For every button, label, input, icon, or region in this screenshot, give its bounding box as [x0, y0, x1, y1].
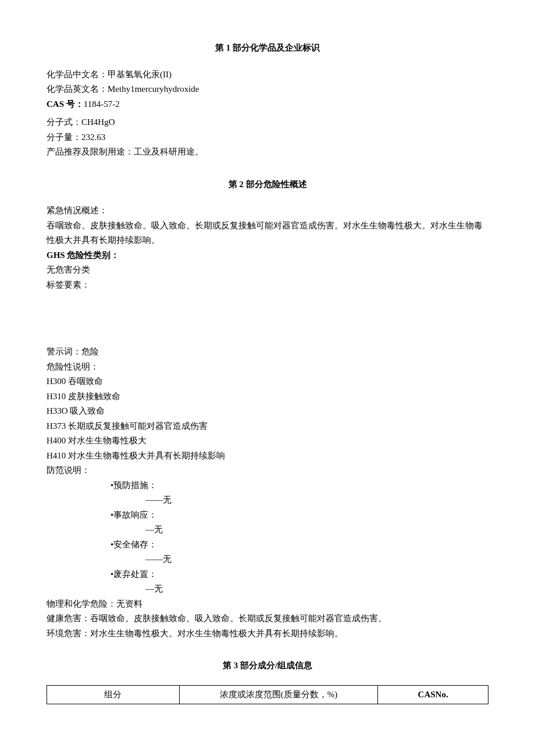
label-elements-label: 标签要素：	[47, 278, 488, 293]
th-component: 组分	[47, 685, 180, 704]
th-cas: CASNo.	[378, 685, 488, 704]
emergency-text: 吞咽致命。皮肤接触致命。吸入致命。长期或反复接触可能对器官造成伤害。对水生生物毒…	[47, 218, 488, 248]
hazard-stmt-3: H373 长期或反复接触可能对器官造成伤害	[47, 419, 488, 434]
name-en-value: Methy1mercuryhydroxide	[108, 84, 199, 94]
section3-title: 第 3 部分成分/组成信息	[47, 658, 488, 673]
cas-label: CAS 号：	[47, 99, 84, 109]
precaution-head-3: •废弃处置：	[47, 567, 488, 582]
physchem-label: 物理和化学危险：	[47, 599, 116, 608]
mw-label: 分子量：	[47, 132, 81, 142]
precaution-body-1: —无	[47, 522, 488, 538]
cas-value: 1184-57-2	[84, 99, 120, 109]
precaution-body-3: —无	[47, 582, 488, 597]
mw-line: 分子量：232.63	[47, 130, 488, 145]
precaution-body-2: ——无	[47, 552, 488, 567]
precaution-label: 防范说明：	[47, 463, 488, 478]
section1-title: 第 1 部分化学品及企业标识	[47, 41, 488, 56]
hazard-stmt-5: H410 对水生生物毒性极大并具有长期持续影响	[47, 449, 488, 464]
formula-value: CH4HgO	[81, 117, 115, 127]
hazard-stmt-label: 危险性说明：	[47, 360, 488, 375]
pictogram-placeholder	[47, 292, 488, 345]
physchem-value: 无资料	[116, 599, 142, 608]
hazard-stmt-2: H33O 吸入致命	[47, 404, 488, 419]
mw-value: 232.63	[81, 132, 105, 142]
hazard-stmt-1: H310 皮肤接触致命	[47, 389, 488, 404]
table-row: 组分 浓度或浓度范围(质量分数，%) CASNo.	[47, 685, 488, 704]
precaution-head-0: •预防措施：	[47, 478, 488, 493]
health-label: 健康危害：	[47, 614, 90, 623]
ghs-label: GHS 危险性类别：	[47, 248, 488, 263]
signal-value: 危险	[81, 347, 99, 356]
physchem-line: 物理和化学危险：无资料	[47, 597, 488, 612]
name-cn-value: 甲基氢氧化汞(II)	[108, 70, 172, 79]
signal-line: 警示词：危险	[47, 345, 488, 360]
env-label: 环境危害：	[47, 629, 90, 638]
formula-label: 分子式：	[47, 117, 81, 127]
usage-value: 工业及科研用途。	[134, 147, 204, 156]
composition-table: 组分 浓度或浓度范围(质量分数，%) CASNo.	[47, 685, 488, 705]
precaution-head-2: •安全储存：	[47, 538, 488, 553]
health-line: 健康危害：吞咽致命。皮肤接触致命。吸入致命。长期或反复接触可能对器官造成伤害。	[47, 611, 488, 626]
emergency-label: 紧急情况概述：	[47, 203, 488, 218]
cas-line: CAS 号：1184-57-2	[47, 97, 488, 112]
name-cn-line: 化学品中文名：甲基氢氧化汞(II)	[47, 67, 488, 83]
formula-line: 分子式：CH4HgO	[47, 115, 488, 130]
signal-label: 警示词：	[47, 347, 81, 356]
precaution-head-1: •事故响应：	[47, 508, 488, 523]
env-line: 环境危害：对水生生物毒性极大。对水生生物毒性极大并具有长期持续影响。	[47, 626, 488, 642]
name-cn-label: 化学品中文名：	[47, 70, 108, 79]
ghs-value: 无危害分类	[47, 263, 488, 278]
hazard-stmt-0: H300 吞咽致命	[47, 374, 488, 389]
name-en-line: 化学品英文名：Methy1mercuryhydroxide	[47, 82, 488, 97]
health-value: 吞咽致命。皮肤接触致命。吸入致命。长期或反复接触可能对器官造成伤害。	[90, 614, 387, 623]
th-concentration: 浓度或浓度范围(质量分数，%)	[179, 685, 378, 704]
usage-line: 产品推荐及限制用途：工业及科研用途。	[47, 145, 488, 160]
name-en-label: 化学品英文名：	[47, 84, 108, 94]
section2-title: 第 2 部分危险性概述	[47, 177, 488, 192]
env-value: 对水生生物毒性极大。对水生生物毒性极大并具有长期持续影响。	[90, 629, 343, 638]
usage-label: 产品推荐及限制用途：	[47, 147, 134, 156]
hazard-stmt-4: H400 对水生生物毒性极大	[47, 433, 488, 449]
precaution-body-0: ——无	[47, 493, 488, 508]
